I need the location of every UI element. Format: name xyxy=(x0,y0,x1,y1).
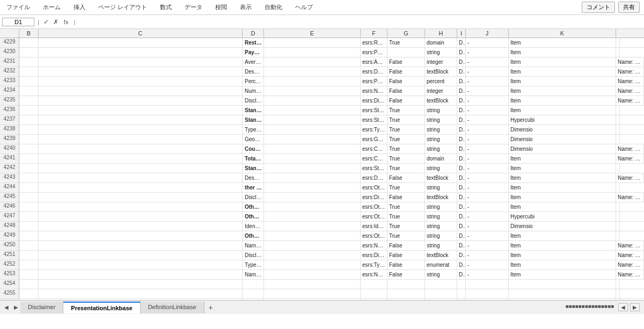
cell-K-4243[interactable]: Item xyxy=(509,173,616,182)
cell-G-4255[interactable] xyxy=(387,289,425,298)
cell-B-4243[interactable] xyxy=(19,173,39,182)
formula-confirm-icon[interactable]: ✓ xyxy=(42,18,50,26)
cell-undefined-4230[interactable] xyxy=(616,48,620,57)
cell-I-4243[interactable]: Duration xyxy=(457,173,466,182)
cell-I-4239[interactable]: Duration xyxy=(457,135,466,144)
cell-I-4241[interactable]: Duration xyxy=(457,154,466,163)
cell-undefined-4243[interactable]: Name: ESRS; Number: G1; Paragra xyxy=(616,173,644,182)
cell-H-4239[interactable]: string xyxy=(425,135,457,144)
cell-D-4249[interactable]: Other material and (or) entity-specific … xyxy=(243,231,264,240)
cell-F-4240[interactable]: esrs:CountryAxis xyxy=(361,144,387,153)
cell-E-4238[interactable] xyxy=(264,125,361,134)
cell-I-4236[interactable]: Duration xyxy=(457,106,466,115)
cell-B-4246[interactable] xyxy=(19,202,39,211)
cell-I-4253[interactable]: Duration xyxy=(457,270,466,279)
col-header-B[interactable]: B xyxy=(19,29,39,38)
tab-prev-btn[interactable]: ◀ xyxy=(2,303,11,311)
cell-I-4237[interactable]: Duration xyxy=(457,115,466,125)
cell-I-4244[interactable]: Duration xyxy=(457,183,466,192)
cell-B-4235[interactable] xyxy=(19,96,39,105)
cell-I-4255[interactable] xyxy=(457,289,466,298)
cell-D-4229[interactable]: Restated, corrected or revised [member] xyxy=(243,38,264,47)
cell-undefined-4233[interactable]: Name: ESRS; Number: G1; Paragra xyxy=(616,77,644,86)
cell-E-4245[interactable] xyxy=(264,193,361,202)
cell-C-4241[interactable] xyxy=(39,154,243,163)
cell-F-4232[interactable]: esrs:DescriptionOfUndertaking xyxy=(361,67,387,76)
cell-K-4230[interactable]: Item xyxy=(509,48,616,57)
cell-K-4247[interactable]: Hypercubi xyxy=(509,212,616,221)
cell-G-4242[interactable]: True xyxy=(387,164,425,173)
cell-B-4253[interactable] xyxy=(19,270,39,279)
cell-B-4233[interactable] xyxy=(19,77,39,86)
cell-J-4245[interactable]: - xyxy=(466,193,509,202)
cell-D-4251[interactable]: Disclosure of other material and (or) en… xyxy=(243,251,264,260)
cell-B-4252[interactable] xyxy=(19,260,39,269)
tab-next-btn[interactable]: ▶ xyxy=(12,303,20,311)
cell-E-4249[interactable] xyxy=(264,231,361,240)
cell-D-4245[interactable]: Disclosure of other material and (or) en… xyxy=(243,193,264,202)
cell-F-4249[interactable]: esrs:OtherMaterialAndOrEntit xyxy=(361,231,387,240)
cell-G-4238[interactable]: True xyxy=(387,125,425,134)
cell-I-4231[interactable]: Duration xyxy=(457,57,466,67)
cell-J-4242[interactable]: - xyxy=(466,164,509,173)
cell-E-4254[interactable] xyxy=(264,280,361,289)
formula-cancel-icon[interactable]: ✗ xyxy=(52,18,60,26)
cell-J-4252[interactable]: - xyxy=(466,260,509,269)
cell-B-4241[interactable] xyxy=(19,154,39,163)
col-header-J[interactable]: J xyxy=(466,29,509,38)
cell-undefined-4236[interactable] xyxy=(616,106,620,115)
cell-K-4232[interactable]: Item xyxy=(509,67,616,76)
cell-B-4230[interactable] xyxy=(19,48,39,57)
cell-H-4254[interactable] xyxy=(425,280,457,289)
cell-F-4238[interactable]: esrs:TypeOfSupplierTypedAxis xyxy=(361,125,387,134)
menu-item-ヘルプ[interactable]: ヘルプ xyxy=(293,2,315,12)
cell-undefined-4231[interactable]: Name: ESRS; Number: G1; Paragra xyxy=(616,57,644,67)
cell-H-4247[interactable]: string xyxy=(425,212,457,221)
cell-H-4252[interactable]: enumerat xyxy=(425,260,457,269)
cell-C-4237[interactable] xyxy=(39,115,243,125)
cell-G-4248[interactable]: True xyxy=(387,222,425,231)
cell-F-4246[interactable]: esrs:OtherMaterialAndOrEntiti xyxy=(361,202,387,211)
cell-H-4238[interactable]: string xyxy=(425,125,457,134)
cell-E-4244[interactable] xyxy=(264,183,361,192)
cell-undefined-4245[interactable]: Name: ESRS; Number: ESRS 1; Par xyxy=(616,193,644,202)
cell-B-4234[interactable] xyxy=(19,86,39,96)
cell-E-4243[interactable] xyxy=(264,173,361,182)
cell-C-4252[interactable] xyxy=(39,260,243,269)
cell-J-4232[interactable]: - xyxy=(466,67,509,76)
cell-E-4246[interactable] xyxy=(264,202,361,211)
cell-B-4248[interactable] xyxy=(19,222,39,231)
cell-C-4239[interactable] xyxy=(39,135,243,144)
cell-B-4254[interactable] xyxy=(19,280,39,289)
cell-K-4252[interactable]: Item xyxy=(509,260,616,269)
cell-B-4244[interactable] xyxy=(19,183,39,192)
cell-J-4254[interactable] xyxy=(466,280,509,289)
cell-C-4247[interactable] xyxy=(39,212,243,221)
cell-D-4244[interactable]: ther material and (or) entity-specific i… xyxy=(243,183,264,192)
cell-C-4230[interactable] xyxy=(39,48,243,57)
cell-G-4252[interactable]: False xyxy=(387,260,425,269)
cell-F-4243[interactable]: esrs:DescriptionOfUndertakin xyxy=(361,173,387,182)
cell-H-4253[interactable]: string xyxy=(425,270,457,279)
cell-F-4245[interactable]: esrs:DisclosureOfOtherMateri: xyxy=(361,193,387,202)
cell-G-4244[interactable]: True xyxy=(387,183,425,192)
cell-I-4247[interactable]: Duration xyxy=(457,212,466,221)
cell-J-4240[interactable]: - xyxy=(466,144,509,153)
cell-C-4249[interactable] xyxy=(39,231,243,240)
cell-I-4254[interactable] xyxy=(457,280,466,289)
cell-B-4239[interactable] xyxy=(19,135,39,144)
cell-undefined-4248[interactable] xyxy=(616,222,620,231)
cell-E-4242[interactable] xyxy=(264,164,361,173)
menu-item-校閲[interactable]: 校閲 xyxy=(213,2,229,12)
cell-undefined-4234[interactable]: Name: ESRS; Number: G1; Paragra xyxy=(616,86,644,96)
cell-G-4247[interactable]: True xyxy=(387,212,425,221)
cell-H-4251[interactable]: textBlock xyxy=(425,251,457,260)
cell-G-4254[interactable] xyxy=(387,280,425,289)
cell-G-4235[interactable]: False xyxy=(387,96,425,105)
cell-C-4235[interactable] xyxy=(39,96,243,105)
cell-C-4229[interactable] xyxy=(39,38,243,47)
menu-item-データ[interactable]: データ xyxy=(182,2,204,12)
cell-E-4237[interactable] xyxy=(264,115,361,125)
cell-D-4242[interactable]: Standard payment terms [line items] xyxy=(243,164,264,173)
cell-H-4236[interactable]: string xyxy=(425,106,457,115)
